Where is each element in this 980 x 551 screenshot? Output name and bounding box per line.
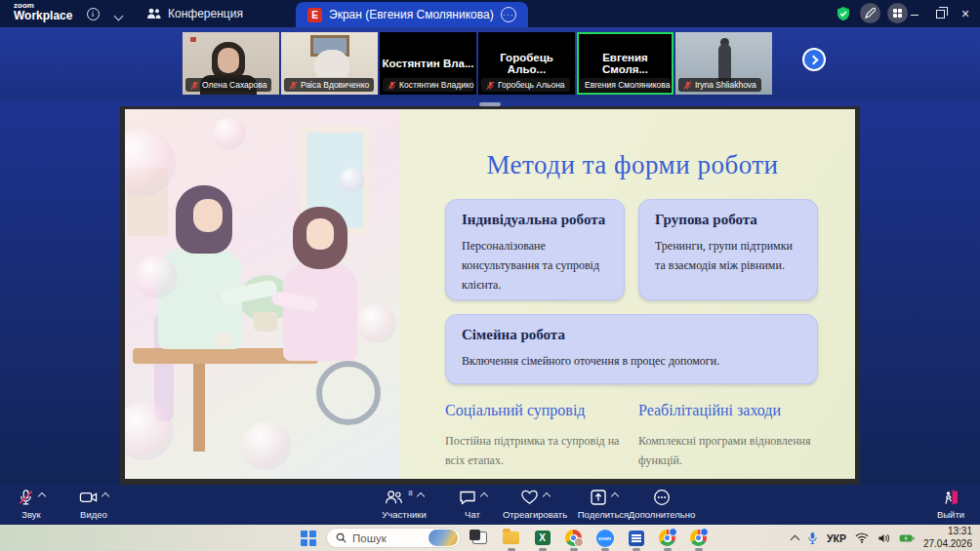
chrome-profile-button[interactable] [563, 528, 584, 548]
participant-tile-iryna[interactable]: Iryna Shliakhova [675, 32, 772, 95]
share-label: Поделиться [578, 509, 629, 520]
security-shield-icon[interactable] [833, 3, 853, 23]
clock-date: 27.04.2026 [923, 538, 972, 551]
muted-mic-icon [289, 81, 298, 90]
search-icon [336, 532, 347, 543]
participant-tile-horobets[interactable]: Горобець Альо... Горобець Альона [478, 32, 575, 95]
muted-mic-icon [683, 81, 692, 90]
tab-conference[interactable]: Конференция [137, 0, 253, 27]
taskbar-clock[interactable]: 13:31 27.04.2026 [923, 526, 972, 550]
wheelchair-illustration [316, 361, 381, 425]
audio-label: Звук [21, 509, 40, 520]
taskbar-search[interactable]: Пошук [326, 528, 461, 548]
muted-mic-icon [486, 81, 495, 90]
tab-more-icon[interactable]: ··· [501, 7, 516, 22]
chat-label: Чат [465, 509, 480, 520]
chrome-icon [565, 530, 582, 546]
video-label: Видео [80, 509, 107, 520]
meeting-toolbar: Звук Видео 8 Участники [0, 485, 980, 525]
tab-screen-share[interactable]: E Экран (Евгения Смоляникова) ··· [296, 2, 528, 27]
section-social-support: Соціальний супровід Постійна підтримка т… [445, 402, 631, 471]
tab-screen-label: Экран (Евгения Смоляникова) [329, 8, 494, 21]
excel-icon: X [535, 531, 551, 545]
more-label: Дополнительно [629, 509, 695, 520]
annotate-pencil-icon[interactable] [860, 3, 880, 23]
tab-conference-label: Конференция [168, 7, 243, 20]
card-body: Включення сімейного оточення в процес до… [462, 352, 801, 372]
excel-button[interactable]: X [532, 528, 552, 548]
chat-button[interactable]: Чат [437, 489, 508, 520]
file-explorer-button[interactable] [501, 528, 521, 548]
participant-name-label: Костянтин Владико [383, 78, 473, 92]
participant-name-label: Евгения Смоляникова [580, 78, 671, 92]
clock-badge [700, 528, 709, 536]
card-group-work: Групова робота Тренинги, групи підтримки… [638, 199, 818, 300]
participant-tile-olena[interactable]: Олена Сахарова [183, 32, 279, 95]
section-heading: Соціальний супровід [445, 402, 631, 419]
participants-label: Участники [382, 509, 426, 520]
close-button[interactable]: × [951, 0, 980, 27]
video-options-chevron[interactable] [102, 492, 109, 500]
more-button[interactable]: Дополнительно [627, 489, 697, 520]
participant-name-label: Олена Сахарова [185, 78, 271, 92]
participants-button[interactable]: 8 Участники [369, 489, 439, 520]
participant-tile-evgeniya-active[interactable]: Евгения Смоля... Евгения Смоляникова [577, 32, 674, 95]
video-button[interactable]: Видео [59, 489, 129, 520]
card-family-work: Сімейна робота Включення сімейного оточе… [445, 314, 818, 384]
shared-screen-frame: Методи та форми роботи Індивідуальна роб… [120, 106, 860, 485]
shared-screen-area: Методи та форми роботи Індивідуальна роб… [0, 100, 980, 485]
chrome-icon [690, 530, 707, 546]
slide-illustration [125, 109, 400, 479]
profile-avatar [574, 537, 584, 547]
zoom-app-button[interactable]: zoom [594, 528, 615, 548]
tray-mic-icon[interactable] [807, 531, 818, 545]
section-body: Постійна підтримка та супровід на всіх е… [445, 431, 631, 471]
speaker-icon[interactable] [878, 532, 890, 544]
chrome-icon [659, 530, 675, 546]
section-heading: Реабілітаційні заходи [638, 402, 824, 419]
chat-options-chevron[interactable] [479, 492, 487, 500]
share-screen-icon [590, 489, 607, 506]
battery-icon[interactable] [899, 533, 915, 543]
muted-mic-icon [388, 81, 396, 90]
share-options-chevron[interactable] [610, 492, 618, 500]
audio-button[interactable]: Звук [0, 489, 66, 520]
react-options-chevron[interactable] [543, 492, 551, 500]
chrome-window3-button[interactable] [688, 528, 709, 548]
video-strip: Олена Сахарова Раіса Вдовиченко Костянти… [0, 27, 980, 100]
wifi-icon[interactable] [855, 532, 869, 543]
leave-button[interactable]: Выйти [916, 489, 980, 520]
participant-tile-raisa[interactable]: Раіса Вдовиченко [281, 32, 378, 95]
participants-options-chevron[interactable] [416, 492, 424, 500]
participant-name-label: Iryna Shliakhova [678, 78, 761, 92]
participant-name-label: Горобець Альона [481, 78, 570, 92]
chevron-down-icon[interactable] [109, 9, 127, 26]
chevron-right-icon [808, 55, 818, 64]
next-participants-button[interactable] [802, 48, 826, 71]
card-body: Персоналізоване консультування та супров… [462, 237, 608, 295]
audio-options-chevron[interactable] [38, 492, 46, 500]
heart-icon [520, 489, 539, 506]
zoom-workplace-logo: zoom Workplace [14, 2, 72, 21]
camera-icon [79, 489, 98, 506]
language-indicator[interactable]: УКР [827, 532, 846, 544]
react-label: Отреагировать [503, 509, 567, 520]
slide-title: Методи та форми роботи [418, 150, 847, 180]
participant-tile-kostiantyn[interactable]: Костянтин Вла... Костянтин Владико [380, 32, 476, 95]
start-button[interactable] [301, 531, 316, 546]
hidden-icons-chevron[interactable] [791, 534, 800, 544]
system-tray: УКР 13:31 27.04.2026 [792, 525, 972, 551]
react-button[interactable]: Отреагировать [500, 489, 570, 520]
logo-workplace: Workplace [14, 10, 72, 21]
participants-count-badge: 8 [408, 489, 412, 497]
clock-time: 13:31 [923, 526, 972, 538]
blue-app-button[interactable] [626, 528, 646, 548]
presentation-slide: Методи та форми роботи Індивідуальна роб… [125, 109, 855, 479]
mic-muted-icon [18, 489, 34, 506]
participant-name-label: Раіса Вдовиченко [284, 78, 374, 92]
leave-door-icon [942, 489, 960, 506]
chrome-window2-button[interactable] [657, 528, 677, 548]
task-view-button[interactable] [470, 528, 490, 548]
section-rehabilitation: Реабілітаційні заходи Комплексні програм… [638, 402, 824, 471]
info-icon[interactable]: i [84, 5, 102, 22]
